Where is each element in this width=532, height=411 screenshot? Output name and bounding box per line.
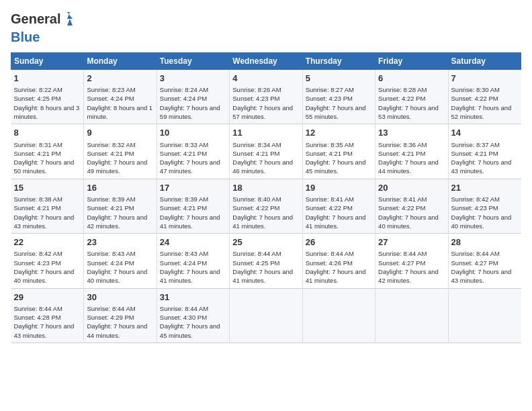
sunset-text: Sunset: 4:21 PM <box>14 203 81 212</box>
sunrise-text: Sunrise: 8:28 AM <box>378 85 445 94</box>
sunrise-text: Sunrise: 8:39 AM <box>87 195 153 203</box>
daylight-text: Daylight: 7 hours and 41 minutes. <box>232 213 299 231</box>
sunset-text: Sunset: 4:30 PM <box>160 313 226 322</box>
sunset-text: Sunset: 4:23 PM <box>14 259 81 267</box>
day-number: 24 <box>160 236 226 248</box>
sunset-text: Sunset: 4:21 PM <box>306 149 372 158</box>
calendar-week-row: 29Sunrise: 8:44 AMSunset: 4:28 PMDayligh… <box>11 288 521 342</box>
day-number: 6 <box>378 73 445 85</box>
calendar-cell: 30Sunrise: 8:44 AMSunset: 4:29 PMDayligh… <box>84 288 157 342</box>
daylight-text: Daylight: 7 hours and 50 minutes. <box>14 158 81 176</box>
sunset-text: Sunset: 4:24 PM <box>87 259 153 267</box>
calendar-cell: 4Sunrise: 8:26 AMSunset: 4:23 PMDaylight… <box>230 70 302 124</box>
sunset-text: Sunset: 4:23 PM <box>306 94 372 103</box>
sunrise-text: Sunrise: 8:44 AM <box>87 304 153 313</box>
sunrise-text: Sunrise: 8:23 AM <box>87 85 153 94</box>
calendar-cell: 8Sunrise: 8:31 AMSunset: 4:21 PMDaylight… <box>11 124 84 179</box>
daylight-text: Daylight: 7 hours and 43 minutes. <box>14 213 81 231</box>
logo-triangle-icon <box>60 11 74 27</box>
calendar-cell: 16Sunrise: 8:39 AMSunset: 4:21 PMDayligh… <box>84 179 157 233</box>
sunset-text: Sunset: 4:24 PM <box>160 259 226 267</box>
daylight-text: Daylight: 7 hours and 44 minutes. <box>378 158 445 176</box>
sunrise-text: Sunrise: 8:22 AM <box>14 85 81 94</box>
sunrise-text: Sunrise: 8:44 AM <box>306 249 372 258</box>
calendar-cell: 11Sunrise: 8:34 AMSunset: 4:21 PMDayligh… <box>230 124 302 179</box>
calendar-cell: 31Sunrise: 8:44 AMSunset: 4:30 PMDayligh… <box>157 288 229 342</box>
sunrise-text: Sunrise: 8:38 AM <box>14 195 81 203</box>
calendar-week-row: 1Sunrise: 8:22 AMSunset: 4:25 PMDaylight… <box>11 70 521 124</box>
day-number: 25 <box>232 236 299 248</box>
sunset-text: Sunset: 4:21 PM <box>378 149 445 158</box>
sunrise-text: Sunrise: 8:33 AM <box>160 140 226 149</box>
daylight-text: Daylight: 7 hours and 40 minutes. <box>87 267 153 285</box>
calendar-cell: 20Sunrise: 8:41 AMSunset: 4:22 PMDayligh… <box>375 179 448 233</box>
day-number: 1 <box>14 73 81 85</box>
sunrise-text: Sunrise: 8:35 AM <box>306 140 372 149</box>
calendar-cell: 22Sunrise: 8:42 AMSunset: 4:23 PMDayligh… <box>11 234 84 288</box>
daylight-text: Daylight: 7 hours and 49 minutes. <box>87 158 153 176</box>
daylight-text: Daylight: 7 hours and 43 minutes. <box>451 158 519 176</box>
daylight-text: Daylight: 7 hours and 55 minutes. <box>306 103 372 122</box>
calendar-cell <box>448 288 521 342</box>
day-number: 15 <box>14 182 81 194</box>
sunset-text: Sunset: 4:21 PM <box>160 149 226 158</box>
col-header-saturday: Saturday <box>448 53 521 70</box>
calendar-cell: 14Sunrise: 8:37 AMSunset: 4:21 PMDayligh… <box>448 124 521 179</box>
day-number: 14 <box>451 127 519 139</box>
sunset-text: Sunset: 4:22 PM <box>232 203 299 212</box>
sunrise-text: Sunrise: 8:37 AM <box>451 140 519 149</box>
sunset-text: Sunset: 4:21 PM <box>451 149 519 158</box>
daylight-text: Daylight: 7 hours and 41 minutes. <box>232 267 299 285</box>
sunrise-text: Sunrise: 8:36 AM <box>378 140 445 149</box>
sunrise-text: Sunrise: 8:42 AM <box>14 249 81 258</box>
sunset-text: Sunset: 4:21 PM <box>232 149 299 158</box>
calendar-cell: 29Sunrise: 8:44 AMSunset: 4:28 PMDayligh… <box>11 288 84 342</box>
logo-blue-text: Blue <box>11 30 40 44</box>
sunrise-text: Sunrise: 8:39 AM <box>160 195 226 203</box>
daylight-text: Daylight: 7 hours and 41 minutes. <box>306 267 372 285</box>
day-number: 28 <box>451 236 519 248</box>
sunset-text: Sunset: 4:28 PM <box>14 313 81 322</box>
sunrise-text: Sunrise: 8:43 AM <box>160 249 226 258</box>
daylight-text: Daylight: 7 hours and 52 minutes. <box>451 103 519 122</box>
day-number: 29 <box>14 291 81 304</box>
calendar-cell: 1Sunrise: 8:22 AMSunset: 4:25 PMDaylight… <box>11 70 84 124</box>
daylight-text: Daylight: 7 hours and 40 minutes. <box>451 213 519 231</box>
sunset-text: Sunset: 4:25 PM <box>14 94 81 103</box>
sunrise-text: Sunrise: 8:26 AM <box>232 85 299 94</box>
sunset-text: Sunset: 4:21 PM <box>14 149 81 158</box>
day-number: 13 <box>378 127 445 139</box>
col-header-friday: Friday <box>375 53 448 70</box>
daylight-text: Daylight: 7 hours and 45 minutes. <box>160 322 226 340</box>
sunset-text: Sunset: 4:22 PM <box>306 203 372 212</box>
day-number: 31 <box>160 291 226 304</box>
day-number: 30 <box>87 291 153 304</box>
sunrise-text: Sunrise: 8:41 AM <box>378 195 445 203</box>
daylight-text: Daylight: 7 hours and 46 minutes. <box>232 158 299 176</box>
calendar-cell: 21Sunrise: 8:42 AMSunset: 4:23 PMDayligh… <box>448 179 521 233</box>
sunrise-text: Sunrise: 8:34 AM <box>232 140 299 149</box>
sunset-text: Sunset: 4:26 PM <box>306 259 372 267</box>
day-number: 5 <box>306 73 372 85</box>
daylight-text: Daylight: 7 hours and 40 minutes. <box>378 213 445 231</box>
calendar-cell <box>230 288 302 342</box>
sunset-text: Sunset: 4:24 PM <box>160 94 226 103</box>
daylight-text: Daylight: 7 hours and 41 minutes. <box>160 267 226 285</box>
calendar-cell: 23Sunrise: 8:43 AMSunset: 4:24 PMDayligh… <box>84 234 157 288</box>
day-number: 18 <box>232 182 299 194</box>
daylight-text: Daylight: 7 hours and 42 minutes. <box>378 267 445 285</box>
page-header: GeneralBlue <box>11 11 521 44</box>
calendar-cell: 24Sunrise: 8:43 AMSunset: 4:24 PMDayligh… <box>157 234 229 288</box>
sunrise-text: Sunrise: 8:44 AM <box>378 249 445 258</box>
sunset-text: Sunset: 4:22 PM <box>378 94 445 103</box>
day-number: 8 <box>14 127 81 139</box>
calendar-cell: 28Sunrise: 8:44 AMSunset: 4:27 PMDayligh… <box>448 234 521 288</box>
sunrise-text: Sunrise: 8:31 AM <box>14 140 81 149</box>
calendar-cell: 5Sunrise: 8:27 AMSunset: 4:23 PMDaylight… <box>302 70 375 124</box>
header-row: SundayMondayTuesdayWednesdayThursdayFrid… <box>11 53 521 70</box>
daylight-text: Daylight: 7 hours and 40 minutes. <box>14 267 81 285</box>
day-number: 9 <box>87 127 153 139</box>
sunrise-text: Sunrise: 8:44 AM <box>451 249 519 258</box>
calendar-cell: 13Sunrise: 8:36 AMSunset: 4:21 PMDayligh… <box>375 124 448 179</box>
daylight-text: Daylight: 7 hours and 43 minutes. <box>451 267 519 285</box>
